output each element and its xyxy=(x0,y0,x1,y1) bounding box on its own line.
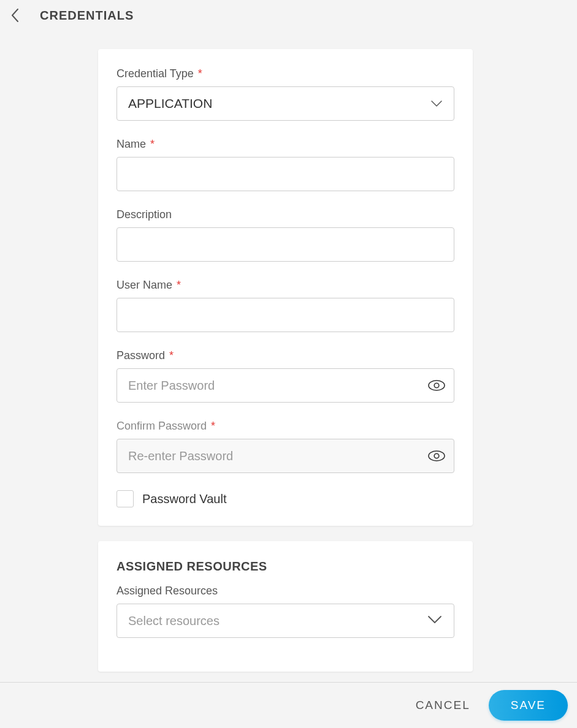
assigned-resources-card: ASSIGNED RESOURCES Assigned Resources Se… xyxy=(98,541,473,672)
field-name: Name * xyxy=(117,138,454,191)
eye-icon xyxy=(428,380,445,391)
password-input[interactable] xyxy=(117,368,454,403)
field-description: Description xyxy=(117,208,454,262)
required-marker: * xyxy=(208,420,215,432)
label-name: Name * xyxy=(117,138,454,151)
cancel-button[interactable]: CANCEL xyxy=(416,699,470,712)
confirm-password-input xyxy=(117,439,454,473)
credential-type-value: APPLICATION xyxy=(128,96,212,111)
save-button[interactable]: SAVE xyxy=(489,690,568,721)
required-marker: * xyxy=(195,67,202,80)
footer-bar: CANCEL SAVE xyxy=(0,682,577,728)
password-vault-label: Password Vault xyxy=(142,492,226,506)
assigned-resources-placeholder: Select resources xyxy=(128,614,220,628)
svg-point-2 xyxy=(429,451,445,461)
label-user-name: User Name * xyxy=(117,279,454,292)
password-input-wrap xyxy=(117,368,454,403)
field-confirm-password: Confirm Password * xyxy=(117,420,454,473)
label-confirm-password: Confirm Password * xyxy=(117,420,454,433)
field-password: Password * xyxy=(117,349,454,403)
chevron-down-icon xyxy=(430,96,443,111)
label-description: Description xyxy=(117,208,454,221)
credentials-card: Credential Type * APPLICATION Name * Des… xyxy=(98,49,473,526)
content-area: Credential Type * APPLICATION Name * Des… xyxy=(0,31,577,728)
user-name-input[interactable] xyxy=(117,298,454,332)
credential-type-select[interactable]: APPLICATION xyxy=(117,86,454,121)
page-title: CREDENTIALS xyxy=(40,9,134,23)
required-marker: * xyxy=(174,279,181,291)
assigned-resources-select[interactable]: Select resources xyxy=(117,604,454,638)
label-assigned-resources: Assigned Resources xyxy=(117,585,454,597)
toggle-password-visibility[interactable] xyxy=(427,376,446,395)
password-vault-checkbox[interactable] xyxy=(117,490,134,507)
field-assigned-resources: Assigned Resources Select resources xyxy=(117,585,454,638)
assigned-resources-title: ASSIGNED RESOURCES xyxy=(117,559,454,574)
svg-point-3 xyxy=(434,453,439,458)
field-user-name: User Name * xyxy=(117,279,454,332)
field-credential-type: Credential Type * APPLICATION xyxy=(117,67,454,121)
svg-point-0 xyxy=(429,381,445,390)
required-marker: * xyxy=(166,349,174,362)
password-vault-row: Password Vault xyxy=(117,490,454,507)
name-input[interactable] xyxy=(117,157,454,191)
eye-icon xyxy=(428,450,445,461)
chevron-down-icon xyxy=(427,612,443,631)
chevron-left-icon xyxy=(10,7,21,23)
page-header: CREDENTIALS xyxy=(0,0,577,31)
description-input[interactable] xyxy=(117,227,454,262)
svg-point-1 xyxy=(434,383,439,388)
toggle-confirm-password-visibility[interactable] xyxy=(427,447,446,465)
confirm-password-input-wrap xyxy=(117,439,454,473)
back-button[interactable] xyxy=(6,6,25,25)
label-credential-type: Credential Type * xyxy=(117,67,454,80)
required-marker: * xyxy=(147,138,155,150)
label-password: Password * xyxy=(117,349,454,362)
